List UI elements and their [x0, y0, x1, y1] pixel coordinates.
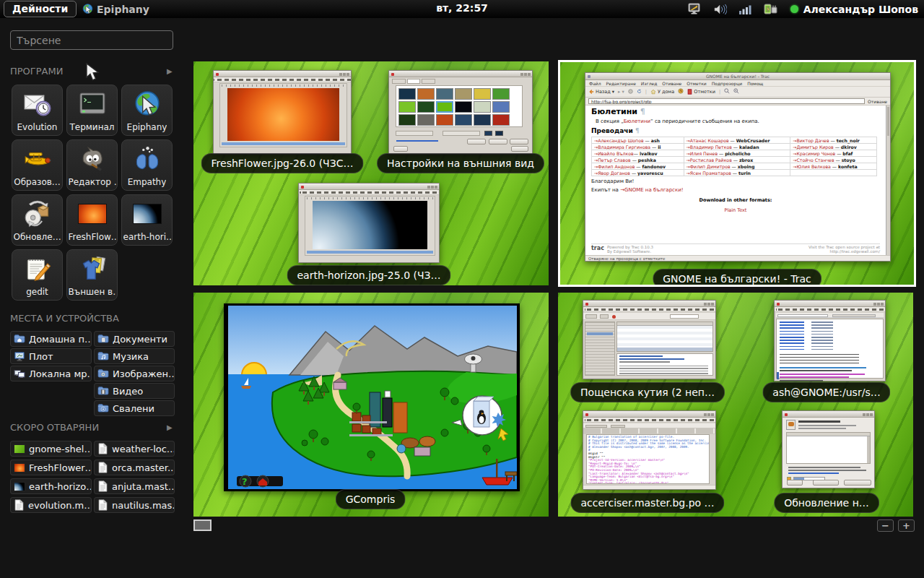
place-item[interactable]: Свалени: [94, 400, 175, 416]
app-tile-gedit[interactable]: gedit: [12, 249, 63, 301]
battery-icon[interactable]: [764, 3, 778, 15]
window-gimp-earth[interactable]: [298, 183, 440, 263]
translator-name[interactable]: →Владимира Гиргинова: [594, 144, 652, 150]
translator-name[interactable]: →Петър Славов: [594, 158, 632, 163]
workspace-zoom-out-button[interactable]: −: [877, 519, 894, 532]
browser-menu-помощ[interactable]: Помощ: [747, 81, 763, 85]
wallpaper-thumbnail[interactable]: [436, 114, 453, 126]
display-icon[interactable]: [688, 3, 702, 15]
wallpaper-thumbnail[interactable]: [474, 101, 491, 113]
workspace-2[interactable]: GNOME на български! - Trac ФайлРедактира…: [558, 60, 916, 287]
workspace-3[interactable]: ? GCompris: [193, 293, 549, 517]
app-tile--[interactable]: Външен в…: [66, 249, 118, 301]
recent-expander-icon[interactable]: ▶: [167, 423, 173, 431]
window-update-manager[interactable]: [782, 410, 875, 488]
app-tile-epiphany[interactable]: Epiphany: [121, 85, 173, 136]
workspace-zoom-in-button[interactable]: +: [898, 519, 915, 532]
wallpaper-thumbnail[interactable]: [436, 101, 453, 113]
stop-button[interactable]: [628, 89, 633, 95]
window-gcompris[interactable]: ?: [224, 303, 520, 491]
window-gimp-freshflower[interactable]: [213, 70, 352, 155]
translator-name[interactable]: →Филип Андонов: [594, 164, 636, 169]
translator-name[interactable]: →Явор Доганов: [594, 171, 632, 176]
app-tile--[interactable]: Обновле…: [12, 194, 63, 246]
history-icon[interactable]: [678, 88, 684, 95]
recent-item[interactable]: anjuta.mast…: [94, 478, 175, 494]
place-item[interactable]: Локална мр…: [10, 366, 92, 381]
place-item[interactable]: Изображен…: [94, 366, 175, 381]
browser-menu-редактиране[interactable]: Редактиране: [606, 81, 636, 85]
clock[interactable]: вт, 22:57: [436, 2, 488, 14]
recent-item[interactable]: weather-loc…: [94, 441, 175, 457]
recent-item[interactable]: evolution.m…: [10, 497, 92, 513]
user-menu-button[interactable]: Александър Шопов: [790, 4, 918, 15]
translator-name[interactable]: →Ясен Праматаров: [687, 171, 733, 176]
window-epiphany-trac[interactable]: GNOME на български! - Trac ФайлРедактира…: [585, 72, 891, 262]
workspace-4[interactable]: Пощенска кутия (2 неп… ash@GNOME:/usr/s: [558, 293, 913, 517]
go-button[interactable]: Отиване: [868, 99, 887, 104]
place-item[interactable]: Плот: [10, 348, 92, 364]
window-terminal[interactable]: [774, 300, 886, 381]
url-field[interactable]: http://fsa-bg.org/project/gtp: [588, 98, 865, 104]
wallpaper-thumbnail[interactable]: [455, 88, 472, 100]
zoom-in-icon[interactable]: [733, 88, 739, 95]
translator-name[interactable]: →Александър Шопов: [594, 138, 645, 143]
search-input[interactable]: [10, 30, 173, 50]
wallpaper-thumbnail[interactable]: [474, 114, 491, 126]
recent-item[interactable]: gnome-shel…: [10, 441, 92, 457]
browser-menu-bar[interactable]: ФайлРедактиранеИзгледОтиванеОтметкиПодпр…: [585, 80, 890, 87]
workspace-thumbnail[interactable]: [193, 519, 212, 531]
wallpaper-thumbnail[interactable]: [436, 88, 453, 100]
network-signal-icon[interactable]: [739, 4, 751, 14]
place-item[interactable]: Домашна п…: [10, 331, 92, 347]
home-button[interactable]: У дома: [650, 89, 674, 95]
forward-button[interactable]: ▸ ▾: [618, 89, 624, 95]
wallpaper-thumbnail[interactable]: [417, 88, 435, 100]
window-gedit-po-file[interactable]: # Bulgarian translation of accerciser po…: [583, 410, 716, 490]
wallpaper-thumbnail[interactable]: [398, 88, 416, 100]
reload-button[interactable]: [637, 89, 642, 95]
app-tile-earth-hori-[interactable]: earth-hori…: [121, 194, 173, 246]
translator-name[interactable]: →Ивайло Вълков: [594, 151, 634, 156]
wallpaper-thumbnail[interactable]: [492, 114, 510, 126]
volume-icon[interactable]: [714, 4, 727, 15]
workspace-1[interactable]: FreshFlower.jpg-26.0 (ЧЗС… Настройки на …: [193, 61, 549, 285]
window-appearance-settings[interactable]: [388, 70, 533, 155]
programs-expander-icon[interactable]: ▶: [167, 67, 173, 75]
gedit-text-area[interactable]: # Bulgarian translation of accerciser po…: [586, 434, 710, 484]
place-item[interactable]: Видео: [94, 383, 175, 399]
wallpaper-thumbnail[interactable]: [398, 114, 416, 126]
translator-name[interactable]: →Красимир Чонов: [793, 151, 837, 156]
translator-name[interactable]: →Атанас Кошаров: [687, 138, 731, 143]
browser-menu-отиване[interactable]: Отиване: [662, 81, 681, 85]
browser-menu-файл[interactable]: Файл: [589, 81, 601, 85]
translator-name[interactable]: →Владимир Петков: [687, 144, 733, 150]
browser-scrollbar[interactable]: [886, 105, 890, 255]
app-tile--[interactable]: Редактор …: [66, 139, 118, 191]
recent-item[interactable]: nautilus.mas…: [94, 497, 175, 513]
browser-menu-подпрозорци[interactable]: Подпрозорци: [712, 81, 742, 85]
translator-name[interactable]: →Юлия Велкова: [793, 164, 832, 169]
activities-button[interactable]: Дейности: [4, 1, 77, 17]
wallpaper-thumbnail[interactable]: [455, 114, 472, 126]
recent-item[interactable]: orca.master.…: [94, 460, 175, 475]
app-tile--[interactable]: Образов…: [12, 139, 63, 191]
back-button[interactable]: Назад ▾: [588, 89, 614, 95]
wallpaper-thumbnails-grid[interactable]: [396, 85, 523, 127]
app-menu-button[interactable]: Epiphany: [82, 1, 149, 17]
wallpaper-thumbnail[interactable]: [417, 101, 435, 113]
wallpaper-thumbnail[interactable]: [474, 88, 491, 100]
translator-name[interactable]: →Димитър Киров: [793, 144, 834, 150]
bulletins-link[interactable]: Бюлетини: [624, 118, 650, 124]
team-link[interactable]: →GNOME на български!: [620, 187, 683, 193]
browser-menu-отметки[interactable]: Отметки: [687, 81, 706, 85]
browser-menu-изглед[interactable]: Изглед: [641, 81, 658, 85]
zoom-out-icon[interactable]: [724, 88, 730, 95]
translator-name[interactable]: →Виктор Дачев: [793, 138, 830, 143]
wallpaper-thumbnail[interactable]: [455, 101, 472, 113]
updates-list[interactable]: [786, 432, 871, 464]
recent-item[interactable]: FreshFlower…: [10, 460, 92, 475]
place-item[interactable]: Музика: [94, 348, 175, 364]
wallpaper-thumbnail[interactable]: [492, 88, 510, 100]
app-tile-evolution[interactable]: Evolution: [12, 85, 63, 136]
